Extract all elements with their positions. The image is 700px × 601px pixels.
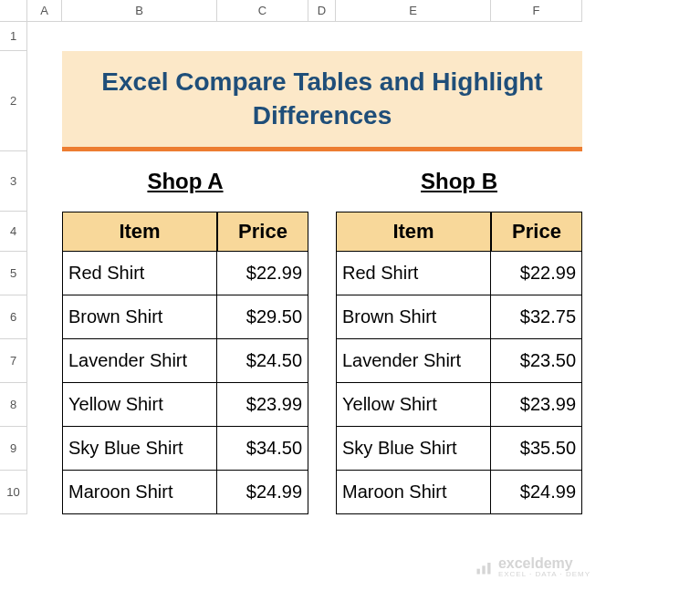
cell-d3[interactable]	[308, 151, 336, 212]
row-header-7[interactable]: 7	[0, 339, 27, 383]
title-banner[interactable]: Excel Compare Tables and Highlight Diffe…	[62, 51, 582, 151]
row-header-10[interactable]: 10	[0, 471, 27, 514]
row-header-9[interactable]: 9	[0, 427, 27, 471]
svg-rect-0	[476, 569, 479, 575]
shopa-price-0[interactable]: $22.99	[217, 252, 308, 295]
shopa-price-3[interactable]: $23.99	[217, 383, 308, 427]
shopb-item-2[interactable]: Lavender Shirt	[336, 339, 491, 383]
shopb-price-3[interactable]: $23.99	[491, 383, 582, 427]
shopa-price-4[interactable]: $34.50	[217, 427, 308, 471]
cell-d10[interactable]	[308, 471, 336, 514]
col-header-a[interactable]: A	[27, 0, 62, 22]
row-header-8[interactable]: 8	[0, 383, 27, 427]
shopb-item-5[interactable]: Maroon Shirt	[336, 471, 491, 514]
shop-b-header[interactable]: Shop B	[336, 151, 582, 212]
watermark: exceldemy EXCEL · DATA · DEMY	[475, 556, 590, 578]
shopa-item-3[interactable]: Yellow Shirt	[62, 383, 217, 427]
watermark-text: exceldemy EXCEL · DATA · DEMY	[498, 556, 590, 578]
row-header-3[interactable]: 3	[0, 151, 27, 212]
cell-a8[interactable]	[27, 383, 62, 427]
cell-d6[interactable]	[308, 295, 336, 339]
shop-a-header[interactable]: Shop A	[62, 151, 308, 212]
col-header-f[interactable]: F	[491, 0, 582, 22]
shopa-price-5[interactable]: $24.99	[217, 471, 308, 514]
spreadsheet-grid: A B C D E F 1 2 Excel Compare Tables and…	[0, 0, 700, 514]
svg-rect-1	[482, 565, 485, 574]
cell-a4[interactable]	[27, 212, 62, 252]
cell-a2[interactable]	[27, 51, 62, 151]
shopb-price-0[interactable]: $22.99	[491, 252, 582, 295]
shopb-price-2[interactable]: $23.50	[491, 339, 582, 383]
shopb-item-3[interactable]: Yellow Shirt	[336, 383, 491, 427]
cell-row1[interactable]	[27, 22, 582, 51]
shopa-price-2[interactable]: $24.50	[217, 339, 308, 383]
col-header-d[interactable]: D	[308, 0, 336, 22]
svg-rect-2	[487, 563, 490, 575]
col-header-c[interactable]: C	[217, 0, 308, 22]
cell-d5[interactable]	[308, 252, 336, 295]
cell-d4[interactable]	[308, 212, 336, 252]
row-header-5[interactable]: 5	[0, 252, 27, 295]
col-header-e[interactable]: E	[336, 0, 491, 22]
cell-a5[interactable]	[27, 252, 62, 295]
shopa-item-4[interactable]: Sky Blue Shirt	[62, 427, 217, 471]
cell-d8[interactable]	[308, 383, 336, 427]
cell-a9[interactable]	[27, 427, 62, 471]
shopb-price-5[interactable]: $24.99	[491, 471, 582, 514]
cell-a6[interactable]	[27, 295, 62, 339]
shopa-item-0[interactable]: Red Shirt	[62, 252, 217, 295]
shopb-price-header[interactable]: Price	[491, 212, 582, 252]
chart-icon	[475, 558, 493, 576]
row-header-6[interactable]: 6	[0, 295, 27, 339]
shopb-item-0[interactable]: Red Shirt	[336, 252, 491, 295]
shopa-price-1[interactable]: $29.50	[217, 295, 308, 339]
row-header-4[interactable]: 4	[0, 212, 27, 252]
shopb-item-header[interactable]: Item	[336, 212, 491, 252]
cell-d7[interactable]	[308, 339, 336, 383]
shopa-price-header[interactable]: Price	[217, 212, 308, 252]
shopb-price-4[interactable]: $35.50	[491, 427, 582, 471]
watermark-main: exceldemy	[498, 556, 590, 571]
corner-cell[interactable]	[0, 0, 27, 22]
shopb-item-1[interactable]: Brown Shirt	[336, 295, 491, 339]
cell-a7[interactable]	[27, 339, 62, 383]
shopa-item-header[interactable]: Item	[62, 212, 217, 252]
cell-a3[interactable]	[27, 151, 62, 212]
shopa-item-1[interactable]: Brown Shirt	[62, 295, 217, 339]
cell-a10[interactable]	[27, 471, 62, 514]
row-header-1[interactable]: 1	[0, 22, 27, 51]
shopa-item-2[interactable]: Lavender Shirt	[62, 339, 217, 383]
col-header-b[interactable]: B	[62, 0, 217, 22]
cell-d9[interactable]	[308, 427, 336, 471]
row-header-2[interactable]: 2	[0, 51, 27, 151]
shopb-item-4[interactable]: Sky Blue Shirt	[336, 427, 491, 471]
shopa-item-5[interactable]: Maroon Shirt	[62, 471, 217, 514]
watermark-sub: EXCEL · DATA · DEMY	[498, 571, 590, 578]
shopb-price-1[interactable]: $32.75	[491, 295, 582, 339]
